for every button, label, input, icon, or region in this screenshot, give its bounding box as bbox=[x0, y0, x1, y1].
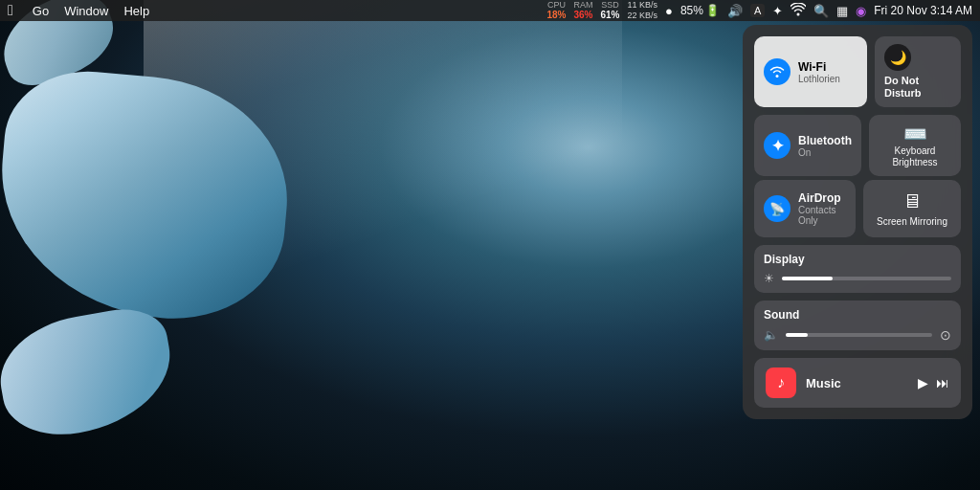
wifi-subtitle: Lothlorien bbox=[798, 74, 840, 84]
cpu-value: 18% bbox=[546, 10, 566, 20]
desktop:  Go Window Help CPU 18% RAM 36% SSD 61%… bbox=[0, 0, 980, 490]
airplay-icon[interactable]: ⊙ bbox=[940, 327, 951, 343]
ssd-value: 61% bbox=[601, 10, 620, 20]
menu-right: CPU 18% RAM 36% SSD 61% 11 KB/s 22 KB/s … bbox=[546, 0, 972, 21]
ram-label: RAM bbox=[573, 1, 592, 11]
music-controls: ▶ ⏭ bbox=[918, 375, 949, 390]
siri-icon[interactable]: ◉ bbox=[856, 4, 866, 18]
circle-icon[interactable]: ● bbox=[665, 4, 673, 18]
battery[interactable]: 85% 🔋 bbox=[680, 4, 720, 17]
dnd-tile[interactable]: 🌙 Do Not Disturb bbox=[875, 36, 961, 107]
music-app-icon: ♪ bbox=[766, 368, 796, 398]
wifi-title: Wi-Fi bbox=[798, 60, 840, 74]
menu-left:  Go Window Help bbox=[8, 2, 149, 19]
search-icon[interactable]: 🔍 bbox=[813, 4, 829, 18]
wifi-icon[interactable] bbox=[791, 3, 806, 19]
music-section: ♪ Music ▶ ⏭ bbox=[754, 358, 961, 408]
bluetooth-icon[interactable]: ✦ bbox=[772, 4, 783, 18]
clock: Fri 20 Nov 3:14 AM bbox=[874, 4, 972, 17]
battery-icon: 🔋 bbox=[705, 4, 720, 17]
airdrop-tile[interactable]: 📡 AirDrop Contacts Only bbox=[754, 180, 856, 237]
menu-go[interactable]: Go bbox=[33, 4, 49, 18]
apple-menu[interactable]:  bbox=[8, 2, 13, 19]
bluetooth-subtitle: On bbox=[798, 147, 852, 158]
dnd-title: Do Not Disturb bbox=[884, 75, 951, 100]
cc-top-row: Wi-Fi Lothlorien 🌙 Do Not Disturb bbox=[754, 36, 961, 107]
screen-mirroring-label: Screen Mirroring bbox=[877, 216, 947, 228]
menu-help[interactable]: Help bbox=[123, 4, 149, 18]
airdrop-tile-text: AirDrop Contacts Only bbox=[798, 191, 846, 226]
network-stat: 11 KB/s 22 KB/s bbox=[628, 0, 658, 21]
brightness-track[interactable] bbox=[782, 277, 951, 280]
display-label: Display bbox=[764, 253, 951, 266]
sound-label: Sound bbox=[764, 308, 951, 322]
cpu-stat: CPU 18% bbox=[546, 1, 566, 21]
ram-stat: RAM 36% bbox=[573, 1, 592, 21]
volume-track[interactable] bbox=[786, 333, 932, 337]
display-slider-row: ☀ bbox=[764, 272, 951, 285]
net-down: 22 KB/s bbox=[628, 11, 658, 21]
battery-pct: 85% bbox=[680, 4, 703, 17]
ram-value: 36% bbox=[573, 10, 592, 20]
brightness-fill bbox=[782, 277, 833, 280]
bluetooth-tile-icon: ✦ bbox=[764, 132, 791, 159]
airdrop-tile-icon: 📡 bbox=[764, 195, 791, 222]
bluetooth-title: Bluetooth bbox=[798, 134, 852, 147]
wifi-tile-icon bbox=[764, 58, 791, 85]
sound-section: Sound 🔈 ⊙ bbox=[754, 301, 961, 350]
menu-window[interactable]: Window bbox=[64, 4, 108, 18]
keyboard-brightness-tile[interactable]: ⌨️ Keyboard Brightness bbox=[869, 115, 961, 176]
volume-icon[interactable]: 🔊 bbox=[727, 4, 743, 18]
menubar:  Go Window Help CPU 18% RAM 36% SSD 61%… bbox=[0, 0, 980, 21]
screen-mirroring-tile[interactable]: 🖥 Screen Mirroring bbox=[863, 180, 961, 237]
music-title: Music bbox=[806, 376, 908, 390]
ssd-stat: SSD 61% bbox=[601, 1, 620, 21]
bluetooth-tile-text: Bluetooth On bbox=[798, 134, 852, 158]
wifi-tile[interactable]: Wi-Fi Lothlorien bbox=[754, 36, 867, 107]
keyboard-brightness-icon: ⌨️ bbox=[903, 122, 927, 145]
volume-fill bbox=[786, 333, 808, 337]
ice-shape-3 bbox=[0, 301, 181, 444]
brightness-low-icon: ☀ bbox=[764, 272, 774, 285]
play-button[interactable]: ▶ bbox=[918, 375, 928, 390]
airdrop-title: AirDrop bbox=[798, 191, 846, 205]
forward-button[interactable]: ⏭ bbox=[936, 375, 949, 390]
control-center: Wi-Fi Lothlorien 🌙 Do Not Disturb ✦ Blue… bbox=[743, 25, 972, 419]
airdrop-subtitle: Contacts Only bbox=[798, 205, 846, 226]
ssd-label: SSD bbox=[601, 1, 619, 11]
keyboard-brightness-label: Keyboard Brightness bbox=[879, 145, 951, 168]
dnd-icon: 🌙 bbox=[884, 44, 911, 71]
screen-mirroring-icon: 🖥 bbox=[902, 190, 922, 212]
display-section: Display ☀ bbox=[754, 245, 961, 293]
volume-low-icon: 🔈 bbox=[764, 328, 778, 342]
cpu-label: CPU bbox=[547, 1, 566, 11]
bluetooth-tile[interactable]: ✦ Bluetooth On bbox=[754, 115, 861, 176]
sound-slider-row: 🔈 ⊙ bbox=[764, 327, 951, 343]
cast-icon[interactable]: ▦ bbox=[836, 4, 848, 18]
wifi-tile-text: Wi-Fi Lothlorien bbox=[798, 60, 840, 84]
net-up: 11 KB/s bbox=[628, 0, 658, 11]
keyboard-icon[interactable]: A bbox=[750, 4, 765, 17]
